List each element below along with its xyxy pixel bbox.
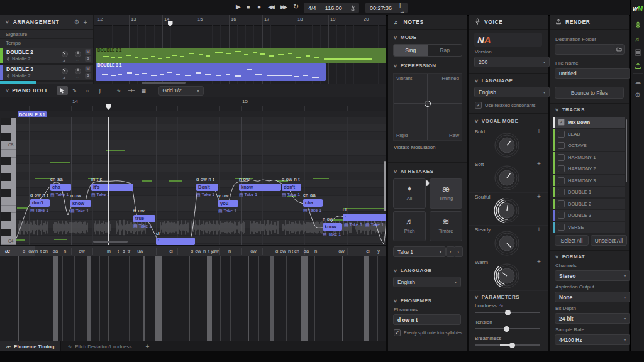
- phoneme-cell[interactable]: ow: [250, 248, 257, 254]
- phoneme-cell[interactable]: t: [118, 248, 119, 254]
- play-button[interactable]: ▶: [236, 3, 241, 10]
- file-name-input[interactable]: untitled: [555, 68, 630, 79]
- piano-note[interactable]: know: [239, 184, 281, 191]
- piano-note[interactable]: cha: [50, 184, 71, 191]
- piano-note[interactable]: you: [218, 200, 238, 207]
- take-label[interactable]: ▤ Take 1: [218, 209, 236, 214]
- voice-bank-banner[interactable]: N A: [474, 33, 542, 47]
- library-icon[interactable]: [631, 47, 644, 57]
- piano-note[interactable]: ': [156, 238, 195, 245]
- bounce-to-files-button[interactable]: Bounce to Files: [555, 87, 624, 99]
- phoneme-cell[interactable]: d: [23, 248, 25, 254]
- phoneme-cell[interactable]: uw: [137, 248, 143, 254]
- render-track-row[interactable]: LEAD: [553, 129, 625, 140]
- retake-pitch-button[interactable]: ♬Pitch: [393, 211, 426, 241]
- phoneme-cell[interactable]: ow: [79, 248, 85, 254]
- take-label[interactable]: ▤ Take 1: [133, 224, 152, 229]
- phoneme-row[interactable]: ædowntchaanowihtstruwcldowntyuwnowdowntc…: [0, 245, 386, 257]
- parameter-slider[interactable]: [475, 344, 540, 346]
- settings-icon[interactable]: ⚙: [631, 90, 644, 100]
- take-label[interactable]: ▤ Take 1: [365, 222, 384, 228]
- render-track-row[interactable]: OCTAVE: [553, 140, 625, 151]
- black-key[interactable]: [1, 173, 11, 181]
- goto-end-icon[interactable]: |→: [396, 2, 408, 14]
- curve-pencil-tool[interactable]: ∫: [94, 86, 106, 95]
- render-track-row[interactable]: VERSE: [553, 222, 625, 233]
- track-mute-button[interactable]: M: [85, 49, 91, 55]
- note-grid[interactable]: d ow n tdon't▤ Take 1ch aacha▤ Take 1n o…: [16, 117, 386, 245]
- retake-timbre-button[interactable]: ≋Timbre: [430, 211, 462, 241]
- parameter-slider[interactable]: [475, 312, 540, 313]
- piano-roll-ruler[interactable]: 1415: [0, 97, 386, 111]
- format-channels-select[interactable]: Stereo▾: [555, 270, 630, 281]
- piano-keys[interactable]: C5C4: [1, 118, 16, 245]
- gear-icon[interactable]: ⚙: [74, 19, 80, 25]
- take-select[interactable]: Take 1 ▾: [393, 246, 446, 257]
- retake-all-button[interactable]: ✦All: [393, 178, 426, 209]
- track-mute-button[interactable]: M: [85, 66, 91, 72]
- phoneme-cell[interactable]: t: [208, 248, 209, 254]
- phoneme-cell[interactable]: ow: [338, 248, 345, 254]
- add-editor-tab-button[interactable]: +: [138, 343, 157, 350]
- arrangement-clip[interactable]: DOUBLE 3 1: [96, 63, 326, 81]
- phoneme-cell[interactable]: ow: [28, 248, 35, 254]
- timeline-scrollbar[interactable]: [142, 82, 186, 84]
- note-language-select[interactable]: English ▾: [393, 277, 461, 287]
- phoneme-cell[interactable]: d: [191, 248, 193, 254]
- relaxed-consonants-checkbox[interactable]: ✓: [475, 102, 482, 109]
- phoneme-cell[interactable]: n: [228, 248, 231, 254]
- format-bit-depth-select[interactable]: 24-bit▾: [555, 313, 630, 324]
- take-label[interactable]: ▤ Take 1: [303, 208, 321, 213]
- pencil-tool[interactable]: ✎: [69, 86, 80, 95]
- format-sample-rate-select[interactable]: 44100 Hz▾: [555, 334, 630, 345]
- render-icon[interactable]: [631, 60, 644, 70]
- piano-note[interactable]: it's: [91, 184, 133, 191]
- phoneme-timing-editor[interactable]: [0, 256, 386, 341]
- add-track-icon[interactable]: +: [84, 19, 87, 26]
- vocal-mode-knob[interactable]: [493, 164, 521, 192]
- phoneme-cell[interactable]: n: [64, 248, 66, 254]
- arrangement-playhead[interactable]: [170, 21, 170, 84]
- black-key[interactable]: [1, 157, 11, 165]
- phoneme-cell[interactable]: s: [123, 248, 125, 254]
- vocal-mode-knob[interactable]: [493, 131, 521, 159]
- panel-toggle-tool[interactable]: ▦: [138, 86, 150, 95]
- track-volume-knob[interactable]: [61, 49, 69, 57]
- piano-note[interactable]: know: [323, 223, 342, 231]
- microphone-icon[interactable]: [631, 20, 644, 30]
- render-track-row[interactable]: HARMONY 3: [553, 175, 625, 186]
- grid-scrollbar[interactable]: [93, 241, 128, 243]
- forward-button[interactable]: ▶▶: [280, 4, 286, 10]
- vocal-mode-add-icon[interactable]: +: [537, 226, 541, 233]
- phoneme-cell[interactable]: uw: [213, 248, 219, 254]
- take-label[interactable]: ▤ Take 1: [323, 232, 341, 237]
- render-track-checkbox[interactable]: [558, 200, 565, 207]
- format-aspiration-output-select[interactable]: None▾: [555, 292, 630, 302]
- render-track-checkbox[interactable]: [558, 165, 565, 172]
- arrangement-track-row[interactable]: DOUBLE 3Natalie 2◢↔MS: [0, 65, 93, 82]
- tempo-display[interactable]: 4/4 116.00: [304, 3, 359, 13]
- tempo-value[interactable]: 116.00: [321, 5, 347, 11]
- phoneme-cell[interactable]: cl: [366, 248, 369, 254]
- time-display[interactable]: 00:27:36 |→: [365, 3, 408, 13]
- phoneme-cell[interactable]: aa: [53, 248, 58, 254]
- expression-handle[interactable]: [425, 101, 431, 107]
- relaxed-consonants-row[interactable]: ✓ Use relaxed consonants: [475, 102, 535, 109]
- phoneme-cell[interactable]: n: [314, 248, 317, 254]
- tab-pitch-deviation[interactable]: ∿ Pitch Deviation/Loudness: [61, 341, 138, 352]
- parameter-slider-handle[interactable]: [504, 326, 509, 332]
- vocal-mode-add-icon[interactable]: +: [537, 193, 541, 200]
- loop-button[interactable]: ↻: [293, 3, 299, 11]
- render-track-row[interactable]: DOUBLE 3: [553, 210, 625, 221]
- phoneme-cell[interactable]: n: [35, 248, 38, 254]
- track-solo-button[interactable]: S: [85, 56, 91, 62]
- destination-folder-input[interactable]: [555, 44, 616, 55]
- track-volume-knob[interactable]: [61, 66, 69, 74]
- collapse-piano-roll-icon[interactable]: ∨: [5, 88, 9, 93]
- black-key[interactable]: [1, 189, 11, 197]
- phoneme-cell[interactable]: ow: [280, 248, 286, 254]
- quantize-tool[interactable]: ⊣⊢: [126, 86, 137, 95]
- phoneme-cell[interactable]: t: [292, 248, 293, 254]
- version-select[interactable]: 200 ▾: [474, 57, 550, 67]
- black-key[interactable]: [1, 212, 11, 221]
